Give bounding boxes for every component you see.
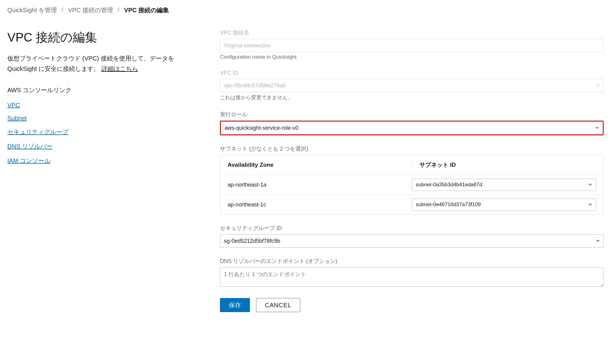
chevron-down-icon (596, 85, 600, 87)
subnet-id-select[interactable]: subnet-0a35b3d4b41eda87d (412, 179, 596, 191)
conn-name-input: Virginia-connection (220, 39, 604, 52)
sg-value: sg-0ed5212d5bf78fc9b (224, 238, 594, 244)
form-actions: 保存 CANCEL (220, 298, 604, 312)
sg-select[interactable]: sg-0ed5212d5bf78fc9b (220, 234, 604, 248)
subnet-label: サブネット (少なくとも 2 つを選択) (220, 145, 604, 152)
sg-label: セキュリティグループ ID (220, 224, 604, 232)
dns-label: DNS リゾルバーのエンドポイント (オプション) (220, 257, 604, 265)
subnet-id-value: subnet-0e46716d37a73f109 (416, 202, 481, 208)
table-row: ap-northeast-1c subnet-0e46716d37a73f109 (220, 195, 603, 214)
link-dns-resolver[interactable]: DNS リゾルバー (7, 143, 53, 150)
chevron-down-icon (588, 204, 592, 206)
chevron-down-icon (588, 184, 592, 186)
vpc-id-select: vpc-05c48c97d5be276a6 (220, 79, 604, 92)
breadcrumb-sep: / (62, 7, 64, 13)
chevron-down-icon (595, 127, 599, 129)
subnet-az: ap-northeast-1c (228, 202, 412, 208)
subnet-header-id: サブネット ID (412, 161, 596, 169)
subnet-table-header: Availability Zone サブネット ID (220, 155, 603, 175)
subnet-az: ap-northeast-1a (228, 182, 412, 188)
breadcrumb-current: VPC 接続の編集 (124, 7, 169, 13)
link-iam-console[interactable]: IAM コンソール (7, 157, 50, 164)
chevron-down-icon (596, 240, 600, 242)
exec-role-select[interactable]: aws-quicksight-service-role-v0 (220, 121, 604, 135)
link-security-group[interactable]: セキュリティグループ (7, 129, 68, 135)
vpc-id-help: これは後から変更できません。 (220, 94, 604, 101)
page-title: VPC 接続の編集 (7, 29, 203, 46)
breadcrumb: QuickSight を管理 / VPC 接続の管理 / VPC 接続の編集 (7, 6, 604, 14)
subnet-table: Availability Zone サブネット ID ap-northeast-… (220, 155, 604, 215)
table-row: ap-northeast-1a subnet-0a35b3d4b41eda87d (220, 175, 603, 195)
conn-name-label: VPC 接続名 (220, 29, 604, 36)
console-links-heading: AWS コンソールリンク (7, 86, 203, 94)
link-subnet[interactable]: Subnet (7, 115, 27, 122)
vpc-id-value: vpc-05c48c97d5be276a6 (224, 82, 594, 89)
page-description: 仮想プライベートクラウド (VPC) 接続を使用して、データを QuickSig… (7, 53, 203, 74)
breadcrumb-sep: / (118, 7, 119, 13)
dns-endpoints-input[interactable] (220, 267, 604, 287)
conn-name-help: Configuration name in Quicksight (220, 54, 604, 60)
exec-role-value: aws-quicksight-service-role-v0 (225, 125, 593, 131)
exec-role-label: 実行ロール (220, 111, 604, 118)
save-button[interactable]: 保存 (220, 298, 250, 312)
subnet-id-value: subnet-0a35b3d4b41eda87d (416, 182, 482, 188)
breadcrumb-item[interactable]: VPC 接続の管理 (68, 7, 113, 13)
subnet-header-az: Availability Zone (228, 162, 412, 168)
cancel-button[interactable]: CANCEL (256, 298, 300, 312)
learn-more-link[interactable]: 詳細はこちら (101, 65, 138, 72)
conn-name-value: Virginia-connection (224, 42, 271, 49)
vpc-id-label: VPC ID (220, 70, 604, 76)
breadcrumb-item[interactable]: QuickSight を管理 (7, 7, 57, 13)
subnet-id-select[interactable]: subnet-0e46716d37a73f109 (412, 198, 596, 211)
page-description-text: 仮想プライベートクラウド (VPC) 接続を使用して、データを QuickSig… (7, 55, 174, 72)
console-link-list: VPC Subnet セキュリティグループ DNS リゾルバー IAM コンソー… (7, 102, 203, 165)
link-vpc[interactable]: VPC (7, 102, 20, 108)
